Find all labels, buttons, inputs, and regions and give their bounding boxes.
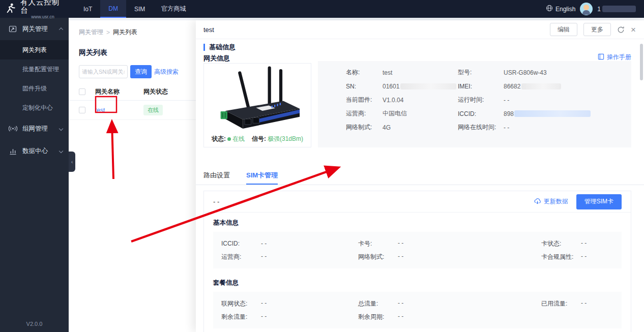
signal-label: 信号: (252, 135, 266, 143)
field-label: 卡合规属性: (541, 253, 581, 261)
section-accent-bar (203, 44, 205, 51)
field-value: USR-G806w-43 (504, 69, 547, 76)
username-prefix: 1 (597, 6, 601, 13)
field-value: - - (581, 253, 587, 261)
sidebar-group-label: 组网管理 (22, 125, 48, 133)
chevron-down-icon (59, 127, 63, 131)
nav-tab-sim[interactable]: SIM (126, 0, 153, 18)
sidebar-group-network[interactable]: 组网管理 (0, 117, 69, 140)
field-label: 联网状态: (221, 299, 261, 308)
sidebar-group-label: 网关管理 (22, 25, 48, 34)
field-label: 总流量: (358, 299, 398, 308)
cloud-download-icon (534, 197, 541, 206)
nav-tab-iot[interactable]: IoT (75, 0, 100, 18)
signal-value: 极强(31dBm) (268, 135, 303, 143)
sim-plan-info-title: 套餐信息 (213, 279, 622, 287)
sim-management-box: - - 更新数据 管理SIM卡 基本信息 (203, 191, 631, 332)
gateway-detail-drawer: test 编辑 更多 × 基础信息 网关信息 (196, 20, 644, 332)
chevron-down-icon (59, 149, 63, 153)
tab-route-settings[interactable]: 路由设置 (203, 171, 230, 185)
table-header: 网关名称 网关状态 (69, 83, 196, 101)
more-button[interactable]: 更多 (583, 23, 611, 36)
breadcrumb-current: 网关列表 (113, 28, 137, 37)
sim-basic-info-fields: ICCID:- - 卡号:- - 卡状态:- - 运营商:- - 网络制式:- … (213, 232, 622, 268)
column-gateway-status: 网关状态 (143, 87, 168, 96)
update-data-link[interactable]: 更新数据 (534, 197, 568, 206)
gateway-name-link[interactable]: test (95, 107, 105, 114)
table-row: test 在线 (69, 101, 196, 120)
top-navbar: 有人云控制台 www.usr.cn IoT DM SIM 官方商城 Englis… (0, 0, 644, 18)
sidebar-item-batch-config[interactable]: 批量配置管理 (0, 59, 69, 79)
field-label: 剩余流量: (221, 313, 261, 321)
nav-tab-dm[interactable]: DM (100, 0, 126, 18)
avatar[interactable] (580, 3, 593, 15)
username-redacted (602, 6, 636, 12)
field-value: - - (581, 239, 587, 248)
sidebar-group-datacenter[interactable]: 数据中心 (0, 140, 69, 162)
field-value: - - (398, 253, 403, 261)
sidebar-item-gateway-list[interactable]: 网关列表 (0, 40, 69, 59)
usr-logo[interactable]: 有人云控制台 www.usr.cn (0, 0, 70, 18)
sim-card-title: - - (213, 198, 219, 205)
device-image (209, 65, 306, 134)
select-all-checkbox[interactable] (79, 88, 85, 95)
iccid-link[interactable]: 898 (504, 110, 514, 117)
advanced-search-link[interactable]: 高级搜索 (154, 68, 179, 76)
logo-subtitle: www.usr.cn (31, 15, 54, 20)
column-gateway-name: 网关名称 (95, 87, 143, 96)
search-input[interactable] (79, 65, 128, 78)
refresh-icon[interactable] (617, 26, 625, 34)
device-status-value: 在线 (232, 135, 245, 143)
page-title: 网关列表 (79, 48, 107, 57)
field-value: - - (261, 299, 267, 308)
logo-title: 有人云控制台 (20, 0, 65, 15)
field-value: V1.0.04 (383, 97, 403, 104)
manage-sim-button[interactable]: 管理SIM卡 (576, 194, 622, 209)
field-label: 剩余周期: (358, 313, 398, 321)
field-value: - - (504, 97, 509, 104)
field-label: ICCID: (221, 240, 261, 247)
field-value: - - (581, 299, 587, 308)
field-value: 中国电信 (383, 109, 407, 118)
field-value: - - (261, 240, 267, 247)
field-label: 运行时间: (458, 96, 504, 104)
field-value: 01601 (383, 83, 399, 90)
search-button[interactable]: 查询 (130, 65, 152, 78)
sidebar-group-gateway[interactable]: 网关管理 (0, 18, 69, 40)
manual-link[interactable]: 操作手册 (598, 53, 631, 62)
sim-plan-info-fields: 联网状态:- - 总流量:- - 已用流量:- - 剩余流量:- - 剩余周期:… (213, 292, 622, 328)
sidebar-collapse-handle[interactable]: ‹ (69, 152, 75, 172)
manual-icon (598, 53, 604, 62)
sidebar-item-firmware-upgrade[interactable]: 固件升级 (0, 79, 69, 98)
field-label: 网络制式: (358, 253, 398, 261)
tab-sim-management[interactable]: SIM卡管理 (246, 171, 278, 185)
row-checkbox[interactable] (79, 107, 85, 113)
language-switcher[interactable]: English (546, 5, 575, 13)
breadcrumb-separator: > (106, 29, 110, 36)
field-value: 4G (383, 124, 391, 131)
running-person-icon (5, 3, 16, 15)
breadcrumb-parent[interactable]: 网关管理 (79, 28, 103, 37)
language-label: English (555, 6, 575, 13)
section-basic-info-label: 基础信息 (209, 43, 236, 52)
close-icon[interactable]: × (631, 25, 636, 34)
nav-tab-mall[interactable]: 官方商城 (153, 0, 194, 18)
field-value: - - (398, 239, 403, 248)
manual-link-label: 操作手册 (607, 53, 631, 62)
iccid-redacted (514, 110, 591, 117)
tab-divider (196, 185, 644, 185)
page: 有人云控制台 www.usr.cn IoT DM SIM 官方商城 Englis… (0, 0, 644, 332)
globe-icon (546, 5, 553, 13)
field-value: - - (261, 313, 267, 321)
sn-redacted (400, 83, 456, 89)
chevron-up-icon (59, 27, 63, 32)
edit-button[interactable]: 编辑 (550, 23, 577, 36)
field-value: - - (261, 253, 267, 261)
field-label: 运营商: (346, 109, 383, 118)
field-label: 网络在线时间: (458, 123, 504, 132)
username[interactable]: 1 (597, 6, 636, 13)
field-value: - - (398, 299, 403, 308)
scrollbar[interactable] (640, 44, 643, 80)
sidebar-item-customization[interactable]: 定制化中心 (0, 98, 69, 117)
field-label: 当前固件: (346, 96, 383, 104)
